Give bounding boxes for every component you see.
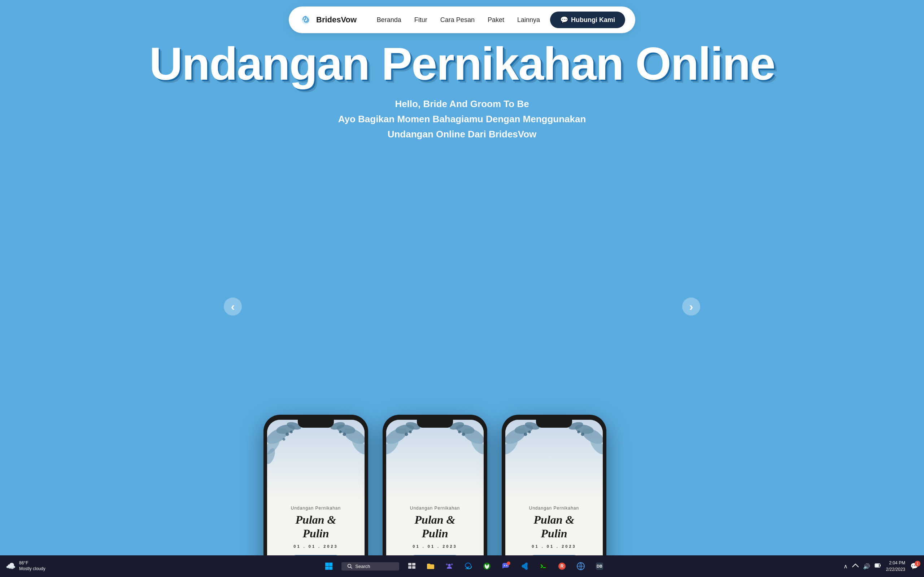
taskbar-time-display: 2:04 PM — [886, 560, 905, 566]
hero-section: Undangan Pernikahan Online Hello, Bride … — [0, 40, 924, 142]
whatsapp-icon: 💬 — [560, 16, 568, 24]
phone-mockup-3: Undangan Pernikahan Pulan &Pulin 01 . 01… — [502, 415, 606, 577]
svg-point-30 — [524, 433, 527, 436]
taskbar: ☁️ 86°F Mostly cloudy Search — [0, 555, 924, 577]
svg-point-25 — [458, 430, 460, 433]
svg-rect-47 — [412, 566, 415, 569]
file-explorer-button[interactable] — [425, 560, 437, 572]
windows-icon — [325, 562, 333, 571]
windows-start-button[interactable] — [323, 560, 335, 572]
xbox-icon — [483, 562, 491, 571]
phone-date-2: 01 . 01 . 2023 — [412, 544, 457, 548]
svg-point-50 — [446, 564, 448, 566]
phone-screen-1: Undangan Pernikahan Pulan &Pulin 01 . 01… — [267, 420, 365, 577]
svg-point-19 — [409, 430, 412, 433]
svg-rect-44 — [408, 563, 412, 566]
phones-container: Undangan Pernikahan Pulan &Pulin 01 . 01… — [263, 415, 661, 577]
phone-invitation-label-1: Undangan Pernikahan — [291, 506, 341, 511]
phone-mockup-1: Undangan Pernikahan Pulan &Pulin 01 . 01… — [263, 415, 368, 577]
phone-screen-2: Undangan Pernikahan Pulan &Pulin 01 . 01… — [386, 420, 484, 577]
svg-point-52 — [504, 565, 505, 566]
svg-point-12 — [342, 433, 346, 436]
flower-decoration-2 — [386, 420, 484, 499]
taskbar-clock[interactable]: 2:04 PM 2/22/2023 — [886, 560, 905, 573]
taskbar-center: Search — [85, 560, 843, 572]
system-tray: ∧ 🔊 — [843, 562, 881, 570]
discord-button[interactable] — [499, 560, 512, 572]
search-icon — [347, 564, 352, 569]
svg-rect-54 — [526, 562, 527, 570]
svg-point-53 — [506, 565, 507, 566]
task-view-button[interactable] — [406, 560, 418, 572]
phone-date-1: 01 . 01 . 2023 — [294, 544, 338, 548]
red-app-icon: R — [558, 562, 566, 571]
carousel-arrow-left[interactable]: ‹ — [224, 298, 242, 316]
svg-point-13 — [339, 430, 341, 433]
volume-icon[interactable]: 🔊 — [863, 563, 870, 570]
hero-title: Undangan Pernikahan Online — [0, 40, 924, 88]
svg-point-7 — [283, 438, 285, 440]
phone-flower-area-2 — [386, 420, 484, 499]
flower-decoration-3 — [505, 420, 603, 499]
phone-notch-3 — [536, 420, 572, 428]
contact-button[interactable]: 💬 Hubungi Kami — [550, 11, 625, 28]
search-bar[interactable]: Search — [341, 562, 399, 571]
flower-decoration-1 — [267, 420, 365, 499]
nav-lainnya[interactable]: Lainnya — [517, 16, 540, 24]
app-icon-dark[interactable]: DB — [593, 560, 606, 572]
dark-app-icon: DB — [595, 562, 604, 571]
notification-area[interactable]: 💬 1 — [910, 562, 918, 570]
hero-subtitle-line1: Hello, Bride And Groom To Be — [0, 97, 924, 112]
phone-invitation-label-2: Undangan Pernikahan — [410, 506, 460, 511]
notification-badge: 1 — [914, 561, 921, 567]
phone-screen-3: Undangan Pernikahan Pulan &Pulin 01 . 01… — [505, 420, 603, 577]
svg-rect-46 — [408, 566, 412, 569]
carousel-arrow-right[interactable]: › — [682, 298, 700, 316]
navbar: BridesVow Beranda Fitur Cara Pesan Paket… — [289, 6, 635, 33]
taskbar-right: ∧ 🔊 2:04 PM 2/22/2023 💬 1 — [843, 560, 918, 573]
app-icon-red[interactable]: R — [556, 560, 568, 572]
svg-text:R: R — [561, 564, 564, 569]
nav-cara-pesan[interactable]: Cara Pesan — [440, 16, 475, 24]
weather-temp: 86°F — [19, 561, 45, 566]
battery-icon[interactable] — [874, 563, 881, 569]
terminal-icon — [539, 562, 548, 571]
svg-point-48 — [448, 564, 451, 567]
search-label: Search — [355, 564, 370, 569]
phone-names-1: Pulan &Pulin — [296, 513, 336, 541]
weather-info: 86°F Mostly cloudy — [19, 561, 45, 572]
svg-rect-64 — [875, 564, 879, 567]
phone-mockup-2: Undangan Pernikahan Pulan &Pulin 01 . 01… — [383, 415, 487, 577]
logo-area: BridesVow — [299, 13, 377, 27]
logo-text: BridesVow — [316, 15, 357, 24]
svg-rect-45 — [412, 563, 415, 566]
network-icon[interactable] — [852, 562, 859, 570]
left-arrow-icon: ‹ — [231, 300, 235, 313]
phone-names-3: Pulan &Pulin — [534, 513, 575, 541]
svg-point-49 — [451, 564, 453, 566]
svg-point-37 — [577, 430, 580, 433]
svg-rect-65 — [880, 565, 881, 566]
right-arrow-icon: › — [690, 300, 693, 313]
phone-flower-area-1 — [267, 420, 365, 499]
browser-button-2[interactable] — [575, 560, 587, 572]
nav-paket[interactable]: Paket — [488, 16, 504, 24]
svg-rect-39 — [329, 562, 333, 566]
terminal-button[interactable] — [537, 560, 549, 572]
hero-subtitle: Hello, Bride And Groom To Be Ayo Bagikan… — [0, 97, 924, 142]
phone-invitation-label-3: Undangan Pernikahan — [529, 506, 579, 511]
svg-point-6 — [290, 430, 292, 433]
teams-button[interactable] — [443, 560, 456, 572]
nav-fitur[interactable]: Fitur — [414, 16, 427, 24]
vscode-icon — [520, 562, 529, 571]
browser-icon-2 — [577, 562, 585, 571]
vscode-button[interactable] — [518, 560, 531, 572]
chevron-up-icon[interactable]: ∧ — [843, 563, 848, 570]
xbox-button[interactable] — [481, 560, 493, 572]
task-view-icon — [407, 562, 416, 571]
nav-beranda[interactable]: Beranda — [377, 16, 401, 24]
svg-point-24 — [462, 433, 465, 436]
folder-icon — [426, 562, 435, 571]
svg-point-36 — [581, 433, 584, 436]
edge-browser-button[interactable] — [462, 560, 474, 572]
